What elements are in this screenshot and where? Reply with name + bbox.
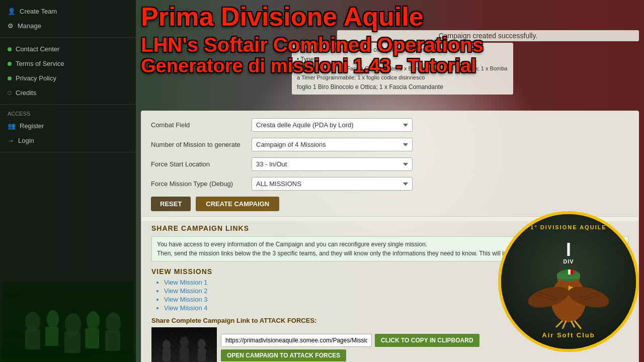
- success-text: Campaign created successfully.: [439, 32, 538, 40]
- svg-point-11: [163, 340, 171, 350]
- sidebar-contact-label: Contact Center: [16, 45, 59, 53]
- dot-icon-privacy: [8, 76, 12, 80]
- svg-line-31: [575, 321, 581, 329]
- svg-rect-8: [64, 332, 80, 353]
- svg-point-13: [180, 337, 189, 348]
- open-attack-forces-button[interactable]: OPEN CAMPAIGN TO ATTACK FORCES: [221, 349, 346, 361]
- user-icon: 👤: [8, 8, 16, 15]
- svg-rect-10: [105, 330, 120, 351]
- sidebar-login-label: Login: [18, 137, 34, 144]
- success-message: Campaign created successfully.: [337, 30, 639, 41]
- sidebar-privacy-label: Privacy Policy: [16, 74, 56, 82]
- sidebar-item-register[interactable]: 👥 Register: [0, 119, 136, 133]
- sidebar-item-manage[interactable]: ⚙ Manage: [0, 19, 136, 33]
- debug-type-row: Force Mission Type (Debug) ALL MISSIONS: [151, 177, 629, 191]
- share-url-input[interactable]: [221, 334, 372, 347]
- logo-text-bottom: Air Soft Club: [542, 331, 595, 339]
- create-campaign-button[interactable]: CREATE CAMPAIGN: [196, 197, 279, 211]
- sidebar-bottom-image: [0, 272, 136, 362]
- combat-field-select[interactable]: Cresta delle Aquile (PDA by Lord): [252, 118, 413, 132]
- sidebar: 👤 Create Team ⚙ Manage Contact Center Te…: [0, 0, 136, 362]
- missions-count-select[interactable]: Campaign of 4 Missions: [252, 138, 413, 151]
- svg-rect-14: [180, 347, 189, 361]
- svg-line-29: [562, 321, 566, 329]
- reset-button[interactable]: RESET: [151, 197, 191, 211]
- dot-icon-terms: [8, 62, 12, 66]
- logo-text-top: 1° DIVISIONE AQUILE: [530, 224, 606, 230]
- sidebar-access-label: Access: [0, 109, 136, 119]
- svg-rect-6: [25, 329, 40, 349]
- soldiers-silhouette: [3, 282, 133, 362]
- title-line1: Prima Divisione Aquile: [136, 0, 644, 34]
- url-copy-row: CLICK TO COPY IN CLIPBOARD: [221, 334, 479, 347]
- sidebar-register-label: Register: [20, 122, 44, 130]
- force-location-row: Force Start Location 33 - In/Out: [151, 157, 629, 171]
- info-line4: foglio 1 Biro Binocolo e Ottica; 1 x Fas…: [297, 82, 508, 92]
- svg-point-2: [47, 310, 59, 328]
- manage-icon: ⚙: [8, 22, 14, 30]
- svg-line-30: [571, 321, 575, 327]
- login-icon: →: [8, 137, 14, 144]
- missions-count-row: Number of Mission to generate Campaign o…: [151, 138, 629, 151]
- svg-rect-16: [198, 348, 206, 361]
- info-line1: • Operation: Pettirosso delle coragini b…: [297, 45, 508, 55]
- sidebar-item-terms-service[interactable]: Terms of Service: [0, 56, 136, 71]
- logo-roman-numeral: I: [566, 239, 571, 260]
- svg-point-15: [198, 339, 206, 349]
- sidebar-item-privacy-policy[interactable]: Privacy Policy: [0, 71, 136, 85]
- svg-line-28: [556, 321, 562, 327]
- form-panel: Combat Field Cresta delle Aquile (PDA by…: [141, 111, 639, 221]
- info-lines: • Operation: Pettirosso delle coragini b…: [292, 43, 513, 95]
- svg-rect-12: [163, 349, 171, 361]
- sidebar-create-team-label: Create Team: [20, 8, 57, 15]
- sidebar-item-login[interactable]: → Login: [0, 133, 136, 148]
- info-line2: • Type:: [297, 55, 508, 64]
- sidebar-terms-label: Terms of Service: [16, 60, 64, 67]
- dot-icon-credits: [8, 91, 12, 95]
- info-line3: • Requirements: 1 x Fascia Comandante; 1…: [297, 64, 508, 82]
- debug-type-select[interactable]: ALL MISSIONS: [252, 177, 413, 191]
- sidebar-create-team-section: 👤 Create Team ⚙ Manage: [0, 0, 136, 38]
- svg-rect-7: [45, 327, 58, 346]
- share-url-group: CLICK TO COPY IN CLIPBOARD OPEN CAMPAIGN…: [221, 334, 479, 361]
- sidebar-item-create-team[interactable]: 👤 Create Team: [0, 4, 136, 19]
- svg-rect-34: [566, 269, 568, 275]
- dot-icon-contact: [8, 47, 12, 51]
- debug-type-label: Force Mission Type (Debug): [151, 180, 252, 188]
- combat-field-label: Combat Field: [151, 121, 252, 129]
- sidebar-access-section: Access 👥 Register → Login: [0, 105, 136, 152]
- logo-badge: 1° DIVISIONE AQUILE I DIV: [498, 211, 639, 352]
- sidebar-nav-section: Contact Center Terms of Service Privacy …: [0, 38, 136, 105]
- attack-forces-image: [151, 327, 217, 362]
- svg-point-5: [106, 312, 121, 333]
- logo-div-text: DIV: [563, 258, 574, 264]
- register-icon: 👥: [8, 122, 16, 130]
- svg-rect-35: [568, 269, 571, 275]
- svg-point-1: [25, 312, 40, 332]
- sidebar-item-contact-center[interactable]: Contact Center: [0, 42, 136, 56]
- force-location-label: Force Start Location: [151, 160, 252, 168]
- sidebar-manage-label: Manage: [18, 22, 41, 30]
- force-location-select[interactable]: 33 - In/Out: [252, 157, 413, 171]
- combat-field-row: Combat Field Cresta delle Aquile (PDA by…: [151, 118, 629, 132]
- missions-count-label: Number of Mission to generate: [151, 141, 252, 148]
- copy-clipboard-button[interactable]: CLICK TO COPY IN CLIPBOARD: [375, 334, 479, 347]
- sidebar-credits-label: Credits: [16, 89, 36, 97]
- form-buttons: RESET CREATE CAMPAIGN: [151, 197, 629, 211]
- attack-silhouette: [151, 327, 217, 362]
- logo-outer-circle: 1° DIVISIONE AQUILE I DIV: [498, 211, 639, 352]
- svg-point-4: [87, 311, 100, 330]
- svg-rect-36: [571, 269, 573, 275]
- sidebar-item-credits[interactable]: Credits: [0, 85, 136, 100]
- svg-rect-9: [85, 328, 99, 348]
